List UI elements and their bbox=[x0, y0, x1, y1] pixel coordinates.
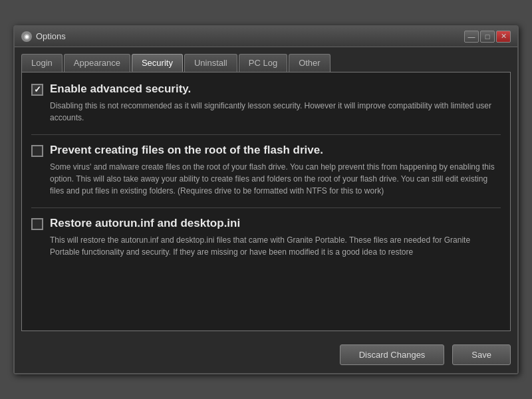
divider-2 bbox=[31, 207, 501, 208]
option-advanced-security-header: Enable advanced security. bbox=[31, 82, 501, 96]
option-prevent-files: Prevent creating files on the root of th… bbox=[31, 143, 501, 197]
checkbox-advanced-security[interactable] bbox=[31, 84, 43, 96]
checkbox-prevent-files[interactable] bbox=[31, 145, 43, 157]
maximize-button[interactable]: □ bbox=[480, 31, 495, 43]
title-bar-left: ◉ Options bbox=[21, 31, 66, 42]
tab-uninstall[interactable]: Uninstall bbox=[184, 54, 237, 72]
tab-other[interactable]: Other bbox=[289, 54, 331, 72]
tab-appearance[interactable]: Appearance bbox=[64, 54, 130, 72]
option-restore-autorun-header: Restore autorun.inf and desktop.ini bbox=[31, 216, 501, 231]
option-prevent-files-title: Prevent creating files on the root of th… bbox=[50, 143, 323, 158]
footer: Discard Changes Save bbox=[15, 338, 517, 373]
option-prevent-files-header: Prevent creating files on the root of th… bbox=[31, 143, 501, 158]
tab-login[interactable]: Login bbox=[21, 54, 63, 72]
tab-pclog[interactable]: PC Log bbox=[239, 54, 287, 72]
options-window: ◉ Options — □ ✕ Login Appearance Securit… bbox=[13, 25, 519, 374]
minimize-button[interactable]: — bbox=[464, 31, 479, 43]
tab-bar: Login Appearance Security Uninstall PC L… bbox=[21, 54, 511, 72]
option-advanced-security-title: Enable advanced security. bbox=[50, 82, 191, 96]
checkbox-restore-autorun[interactable] bbox=[31, 218, 43, 230]
option-advanced-security-desc: Disabling this is not recommended as it … bbox=[50, 100, 501, 124]
window-icon: ◉ bbox=[21, 31, 32, 42]
tab-security[interactable]: Security bbox=[132, 54, 183, 72]
option-advanced-security: Enable advanced security. Disabling this… bbox=[31, 82, 501, 124]
option-restore-autorun: Restore autorun.inf and desktop.ini This… bbox=[31, 216, 501, 258]
option-restore-autorun-desc: This will restore the autorun.inf and de… bbox=[50, 234, 501, 258]
security-tab-content: Enable advanced security. Disabling this… bbox=[21, 72, 511, 331]
save-button[interactable]: Save bbox=[452, 344, 511, 365]
close-button[interactable]: ✕ bbox=[496, 31, 511, 43]
divider-1 bbox=[31, 134, 501, 135]
window-body: Login Appearance Security Uninstall PC L… bbox=[15, 47, 517, 338]
window-title: Options bbox=[36, 31, 66, 41]
option-restore-autorun-title: Restore autorun.inf and desktop.ini bbox=[50, 216, 240, 231]
option-prevent-files-desc: Some virus' and malware create files on … bbox=[50, 161, 501, 197]
title-buttons: — □ ✕ bbox=[464, 31, 511, 43]
discard-changes-button[interactable]: Discard Changes bbox=[340, 344, 445, 365]
title-bar: ◉ Options — □ ✕ bbox=[15, 27, 517, 47]
